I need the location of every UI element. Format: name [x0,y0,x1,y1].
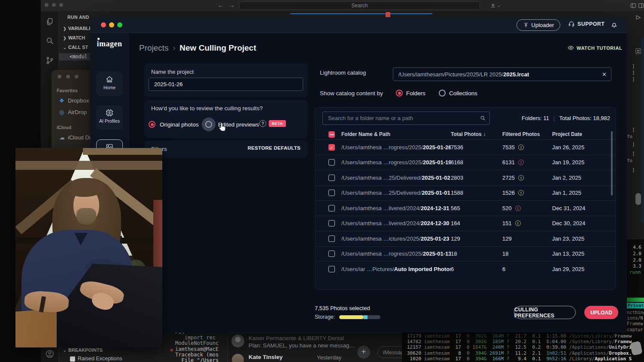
run-icon[interactable]: ▷ [636,14,641,20]
row-checkbox[interactable] [328,190,335,196]
uploader-button[interactable]: Uploader [516,19,560,31]
vscode-search-input[interactable] [239,1,480,10]
variables-section[interactable]: ❯VARIABLE [63,26,92,31]
clear-catalog-icon[interactable]: ✕ [602,71,607,78]
warning-icon: ! [518,145,524,150]
conversation-title[interactable]: Kaiser Permanente & LIBERTY Dental [249,335,344,341]
scrollbar-thumb[interactable] [635,193,641,205]
table-row[interactable]: /Users/iamthesa …livered/2024/2024-12-30… [316,216,615,231]
original-photos-radio[interactable] [149,121,155,128]
lightroom-catalog-label: Lightroom catalog [320,69,366,76]
window-minimize-button[interactable] [52,3,56,7]
row-checkbox[interactable] [328,250,335,257]
edited-previews-radio-hover[interactable] [202,118,216,131]
total-photos-cell: 164 [451,220,502,226]
sidebar-item-dropbox[interactable]: ❖Dropbox [59,97,89,104]
table-row[interactable]: /Users/iamthesa …livered/2024/2024-12-31… [316,200,615,216]
notifications-bell-icon[interactable] [611,21,618,28]
account-icon[interactable] [490,3,496,9]
table-row[interactable]: /Users/iamthesa …rogress/2025/2025-01-19… [316,155,615,170]
sidebar-item-home[interactable]: Home [96,72,123,96]
finder-close-button[interactable] [58,75,61,78]
source-control-icon[interactable] [45,56,55,65]
row-checkbox[interactable] [328,266,335,272]
search-icon[interactable] [45,36,55,45]
select-all-checkbox[interactable] [328,131,335,138]
help-icon[interactable]: ? [259,120,266,127]
folders-radio[interactable] [396,90,403,97]
collections-radio[interactable] [439,90,446,97]
headset-icon [568,21,575,27]
new-message-button[interactable]: + [357,346,370,359]
folder-search-input[interactable] [322,112,490,125]
warning-icon: ! [518,190,524,196]
catalog-path-field[interactable]: /Users/iamthesam/Pictures/2025/LR 2025/2… [393,67,611,81]
row-checkbox[interactable] [328,175,335,181]
filtered-photos-cell: 1526! [502,190,552,196]
row-checkbox[interactable] [328,235,335,242]
account-profile-icon[interactable] [45,349,55,359]
original-photos-label[interactable]: Original photos [160,121,199,128]
row-checkbox[interactable] [328,220,335,226]
stat-number: 2.0 [633,251,641,256]
watch-tutorial-button[interactable]: WATCH TUTORIAL [568,45,622,51]
code-fragment: fo [627,134,632,139]
zoom-button[interactable] [117,22,122,27]
project-name-input[interactable] [149,78,303,91]
home-icon [105,75,114,84]
folder-path: /Users/iamthesa …ictures/2025/2025-01-23 [341,235,451,242]
raised-exceptions-checkbox[interactable] [70,356,75,362]
folders-radio-option[interactable]: Folders [396,90,425,97]
project-date-cell: Dec 30, 2024 [552,220,615,226]
window-close-button[interactable] [45,3,49,7]
explorer-icon[interactable] [45,17,55,27]
finder-zoom-button[interactable] [75,75,79,78]
table-row[interactable]: ✓/Users/iamthesa …rogress/2025/2025-01-2… [316,139,615,155]
breakpoints-section[interactable]: ⌄BREAKPOINTS [63,347,103,353]
edited-previews-radio[interactable] [205,121,212,128]
process-row: 1020 iamthesam 17 0 394G 166M ? 9.4 0.1 … [407,356,644,362]
table-row[interactable]: /Users/iar …Pictures/Auto Imported Photo… [316,261,615,277]
row-checkbox[interactable] [328,205,335,211]
project-date-cell: Jan 19, 2025 [552,159,615,166]
header-project-date[interactable]: Project Date [552,131,615,137]
window-zoom-button[interactable] [59,3,63,7]
row-checkbox[interactable] [328,159,335,166]
sidebar-item-ai-profiles[interactable]: AI Profiles [96,105,123,130]
support-button[interactable]: SUPPORT [568,21,605,27]
upload-button[interactable]: UPLOAD [584,306,618,319]
restore-defaults-button[interactable]: RESTORE DEFAULTS [248,145,301,151]
filtered-photos-cell: 129 [502,235,552,242]
layout-panel-right-icon[interactable] [638,3,644,9]
finder-minimize-button[interactable] [66,75,70,78]
back-arrow-icon[interactable]: ← [218,2,224,9]
code-fragment: ] [632,63,635,69]
code-fragment: ] [632,127,635,133]
breadcrumb-projects[interactable]: Projects [139,43,169,53]
table-row[interactable]: /Users/iamthesa …25/Delivered/2025-01-02… [316,170,615,185]
row-checkbox[interactable]: ✓ [328,144,335,151]
culling-preferences-button[interactable]: CULLING PREFERENCES [514,306,576,319]
header-total-photos[interactable]: Total Photos ↓ [451,131,502,137]
minimize-button[interactable] [109,22,114,27]
close-button[interactable] [101,22,106,27]
imessage-input[interactable] [377,346,402,358]
sidebar-item-airdrop[interactable]: ◎AirDrop [59,109,87,115]
call-stack-section[interactable]: ⌄CALL ST [63,45,88,50]
highlighted-path: Privat [627,303,644,308]
webcam-overlay [15,148,162,347]
active-tab-indicator [290,13,432,14]
header-folder-name[interactable]: Folder Name & Path [341,131,451,137]
header-filtered-photos[interactable]: Filtered Photos [502,131,552,137]
table-scrollbar[interactable] [611,131,613,196]
conversation-preview[interactable]: Plan: SAMUEL, you have a new messag… [249,342,355,349]
mouse-cursor [218,121,227,132]
table-row[interactable]: /Users/iamthesa …rogress/2025/2025-01-13… [316,246,615,262]
conversation-title[interactable]: Kate Tinsley [249,354,283,360]
table-row[interactable]: /Users/iamthesa …ictures/2025/2025-01-23… [316,231,615,246]
table-row[interactable]: /Users/iamthesa …25/Delivered/2025-01-01… [316,185,615,201]
collections-radio-option[interactable]: Collections [439,90,477,97]
layout-panel-icon[interactable] [630,3,636,9]
forward-arrow-icon[interactable]: → [229,2,235,9]
watch-section[interactable]: ❯WATCH [63,35,85,40]
